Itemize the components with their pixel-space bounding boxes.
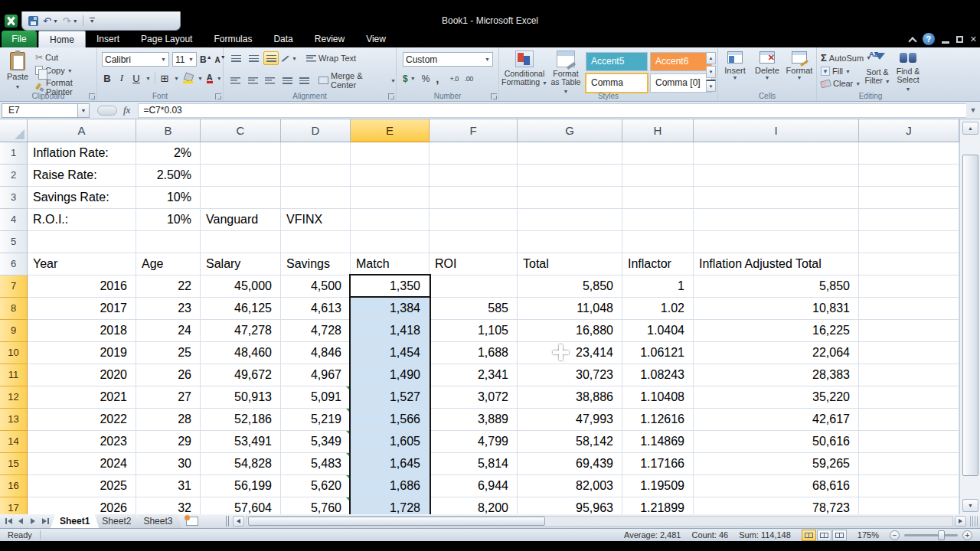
- cell-A13[interactable]: 2022: [28, 409, 136, 431]
- font-dialog-launcher-icon[interactable]: [215, 93, 221, 99]
- row-header-16[interactable]: 16: [0, 475, 28, 497]
- cell-E6[interactable]: Match: [351, 253, 430, 276]
- cell-E15[interactable]: 1,645: [351, 453, 430, 475]
- cell-G6[interactable]: Total: [518, 253, 622, 276]
- cell-F16[interactable]: 6,944: [430, 475, 518, 497]
- cell-E13[interactable]: 1,566: [351, 409, 430, 431]
- cell-G4[interactable]: [518, 209, 622, 231]
- cell-H12[interactable]: 1.10408: [622, 386, 694, 409]
- row-header-9[interactable]: 9: [0, 320, 28, 342]
- underline-dropdown-icon[interactable]: ▼: [145, 76, 151, 81]
- cell-J14[interactable]: [859, 431, 959, 453]
- cell-D13[interactable]: 5,219: [281, 409, 351, 431]
- cell-E11[interactable]: 1,490: [351, 364, 430, 386]
- cell-F9[interactable]: 1,105: [430, 320, 518, 342]
- increase-indent-button[interactable]: [297, 73, 312, 87]
- cell-I5[interactable]: [694, 231, 859, 253]
- top-align-button[interactable]: [228, 51, 243, 65]
- sheet-tab-sheet1[interactable]: Sheet1: [51, 514, 99, 528]
- number-dialog-launcher-icon[interactable]: [491, 93, 497, 99]
- cell-B10[interactable]: 25: [136, 342, 201, 364]
- row-header-17[interactable]: 17: [0, 497, 28, 514]
- cell-D2[interactable]: [281, 165, 351, 187]
- cell-H14[interactable]: 1.14869: [622, 431, 694, 453]
- cell-H2[interactable]: [622, 165, 694, 187]
- middle-align-button[interactable]: [246, 51, 261, 65]
- borders-button[interactable]: ⊞: [159, 73, 170, 84]
- cell-F3[interactable]: [430, 187, 518, 209]
- cell-G17[interactable]: 95,963: [518, 497, 622, 514]
- cell-G2[interactable]: [518, 165, 622, 187]
- cell-H11[interactable]: 1.08243: [622, 364, 694, 386]
- prev-sheet-icon[interactable]: [15, 517, 26, 527]
- cell-E10[interactable]: 1,454: [351, 342, 430, 364]
- name-box[interactable]: E7: [2, 103, 78, 118]
- delete-cells-button[interactable]: Delete ▼: [752, 51, 782, 80]
- row-header-11[interactable]: 11: [0, 364, 28, 386]
- cell-C7[interactable]: 45,000: [201, 276, 281, 298]
- cell-F6[interactable]: ROI: [430, 253, 518, 276]
- cell-A8[interactable]: 2017: [28, 298, 136, 320]
- cell-J12[interactable]: [859, 386, 959, 409]
- cell-A4[interactable]: R.O.I.:: [28, 209, 136, 231]
- fill-color-dropdown-icon[interactable]: ▼: [198, 76, 203, 81]
- cell-E12[interactable]: 1,527: [351, 386, 430, 409]
- tab-file[interactable]: File: [2, 31, 37, 47]
- cell-J9[interactable]: [859, 320, 959, 342]
- cut-button[interactable]: ✂Cut: [35, 52, 96, 63]
- decrease-indent-button[interactable]: [279, 73, 294, 87]
- cell-I17[interactable]: 78,723: [694, 497, 859, 514]
- style-comma-0-[interactable]: Comma [0]: [650, 73, 712, 93]
- find-select-button[interactable]: Find & Select ▼: [893, 51, 923, 93]
- cell-J4[interactable]: [859, 209, 959, 231]
- cell-B6[interactable]: Age: [136, 253, 201, 276]
- cell-A10[interactable]: 2019: [28, 342, 136, 364]
- cell-A6[interactable]: Year: [28, 253, 136, 276]
- cell-B4[interactable]: 10%: [136, 209, 201, 231]
- cell-A12[interactable]: 2021: [28, 386, 136, 409]
- cell-G10[interactable]: 23,414: [518, 342, 622, 364]
- cell-G16[interactable]: 82,003: [518, 475, 622, 497]
- cell-E9[interactable]: 1,418: [351, 320, 430, 342]
- tab-insert[interactable]: Insert: [86, 31, 130, 47]
- cell-J5[interactable]: [859, 231, 959, 253]
- sheet-tab-sheet3[interactable]: Sheet3: [134, 514, 181, 528]
- scroll-left-icon[interactable]: [233, 516, 244, 527]
- insert-cells-button[interactable]: Insert ▼: [720, 51, 750, 80]
- cell-J15[interactable]: [859, 453, 959, 475]
- cell-H10[interactable]: 1.06121: [622, 342, 694, 364]
- cell-G11[interactable]: 30,723: [518, 364, 622, 386]
- column-header-D[interactable]: D: [281, 119, 351, 142]
- font-color-button[interactable]: A: [207, 73, 213, 83]
- cell-H5[interactable]: [622, 231, 694, 253]
- font-color-dropdown-icon[interactable]: ▼: [217, 76, 222, 81]
- cell-A14[interactable]: 2023: [28, 431, 136, 453]
- cell-F1[interactable]: [430, 142, 518, 165]
- cell-G7[interactable]: 5,850: [518, 276, 622, 298]
- cell-H8[interactable]: 1.02: [622, 298, 694, 320]
- orientation-button[interactable]: ▼: [281, 51, 298, 65]
- font-family-select[interactable]: Calibri▼: [102, 52, 169, 67]
- cell-C2[interactable]: [201, 165, 281, 187]
- format-cells-button[interactable]: Format ▼: [784, 51, 815, 80]
- cell-J8[interactable]: [859, 298, 959, 320]
- cell-C13[interactable]: 52,186: [201, 409, 281, 431]
- row-header-12[interactable]: 12: [0, 386, 28, 409]
- cell-C5[interactable]: [201, 231, 281, 253]
- cell-D8[interactable]: 4,613: [281, 298, 351, 320]
- increase-decimal-button[interactable]: +.0: [449, 75, 458, 83]
- cell-D9[interactable]: 4,728: [281, 320, 351, 342]
- cell-J11[interactable]: [859, 364, 959, 386]
- cell-G13[interactable]: 47,993: [518, 409, 622, 431]
- cell-D16[interactable]: 5,620: [281, 475, 351, 497]
- accounting-format-button[interactable]: $▼: [403, 73, 416, 84]
- cell-B8[interactable]: 23: [136, 298, 201, 320]
- cell-I15[interactable]: 59,265: [694, 453, 859, 475]
- cell-E2[interactable]: [351, 165, 430, 187]
- cell-I8[interactable]: 10,831: [694, 298, 859, 320]
- bold-button[interactable]: B: [102, 73, 113, 84]
- next-sheet-icon[interactable]: [28, 517, 38, 527]
- cell-H3[interactable]: [622, 187, 694, 209]
- cell-D11[interactable]: 4,967: [281, 364, 351, 386]
- column-header-H[interactable]: H: [622, 119, 694, 142]
